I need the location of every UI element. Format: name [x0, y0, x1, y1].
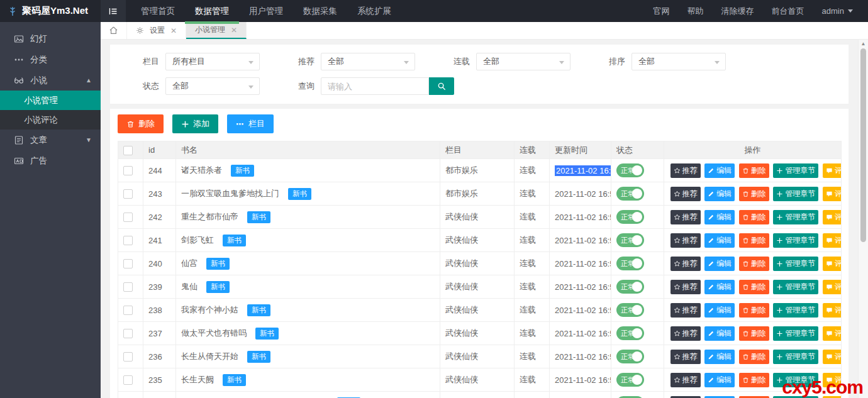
- manage-chapters-button[interactable]: 管理章节: [773, 163, 818, 178]
- delete-row-button[interactable]: 删除: [739, 350, 769, 364]
- row-checkbox[interactable]: [123, 375, 133, 385]
- delete-row-button[interactable]: 删除: [739, 210, 769, 224]
- top-menu-item-extend[interactable]: 系统扩展: [347, 0, 401, 22]
- manage-chapters-button[interactable]: 管理章节: [773, 210, 818, 224]
- delete-button[interactable]: 删除: [118, 114, 164, 133]
- delete-row-button[interactable]: 删除: [739, 373, 769, 387]
- top-menu-item-collect[interactable]: 数据采集: [293, 0, 347, 22]
- sidebar-collapse-button[interactable]: [101, 0, 126, 22]
- sidebar-item-category[interactable]: 分类: [0, 49, 101, 70]
- comments-button[interactable]: 评论: [823, 257, 842, 271]
- sidebar-item-novel-comments[interactable]: 小说评论: [0, 110, 101, 130]
- edit-button[interactable]: 编辑: [704, 233, 735, 248]
- recommend-button[interactable]: 推荐: [670, 373, 701, 387]
- row-checkbox[interactable]: [123, 189, 133, 199]
- edit-button[interactable]: 编辑: [704, 163, 735, 178]
- status-toggle[interactable]: 正常: [616, 163, 644, 177]
- manage-chapters-button[interactable]: 管理章节: [773, 326, 818, 341]
- row-checkbox[interactable]: [123, 259, 133, 268]
- frontend-home-link[interactable]: 前台首页: [763, 0, 813, 22]
- recommend-select[interactable]: 全部: [321, 53, 415, 70]
- recommend-button[interactable]: 推荐: [670, 396, 701, 398]
- status-select[interactable]: 全部: [165, 77, 260, 95]
- column-select[interactable]: 所有栏目: [165, 53, 260, 70]
- delete-row-button[interactable]: 删除: [739, 233, 769, 248]
- row-checkbox[interactable]: [123, 213, 133, 222]
- delete-row-button[interactable]: 删除: [739, 257, 769, 271]
- status-toggle[interactable]: 正常: [616, 350, 644, 363]
- status-toggle[interactable]: 正常: [616, 210, 644, 224]
- tab-home[interactable]: [101, 22, 127, 39]
- sidebar-item-novel-manage[interactable]: 小说管理: [0, 91, 101, 110]
- serial-select[interactable]: 全部: [476, 53, 570, 70]
- status-toggle[interactable]: 正常: [616, 257, 644, 270]
- tab-novel-manage[interactable]: 小说管理 ✕: [186, 22, 247, 39]
- recommend-button[interactable]: 推荐: [670, 257, 701, 271]
- status-toggle[interactable]: 正常: [616, 233, 644, 247]
- delete-row-button[interactable]: 删除: [739, 163, 769, 178]
- search-input[interactable]: [321, 77, 429, 95]
- close-icon[interactable]: ✕: [231, 26, 237, 35]
- status-toggle[interactable]: 正常: [616, 326, 644, 340]
- comments-button[interactable]: 评论: [823, 233, 842, 248]
- edit-button[interactable]: 编辑: [704, 303, 735, 318]
- comments-button[interactable]: 评论: [823, 187, 842, 201]
- sidebar-item-novel[interactable]: 小说 ▲: [0, 70, 101, 91]
- delete-row-button[interactable]: 删除: [739, 280, 769, 294]
- sort-select[interactable]: 全部: [632, 53, 726, 70]
- comments-button[interactable]: 评论: [823, 280, 842, 294]
- scroll-up-arrow[interactable]: ▲: [859, 40, 868, 47]
- row-checkbox[interactable]: [123, 236, 133, 245]
- manage-chapters-button[interactable]: 管理章节: [773, 280, 818, 294]
- sidebar-item-ad[interactable]: 广告: [0, 150, 101, 171]
- scrollbar-thumb[interactable]: [860, 48, 866, 242]
- edit-button[interactable]: 编辑: [704, 396, 735, 398]
- status-toggle[interactable]: 正常: [616, 303, 644, 317]
- recommend-button[interactable]: 推荐: [670, 280, 701, 294]
- recommend-button[interactable]: 推荐: [670, 350, 701, 364]
- sidebar-item-article[interactable]: 文章 ▼: [0, 130, 101, 150]
- status-toggle[interactable]: 正常: [616, 280, 644, 294]
- search-button[interactable]: [429, 77, 454, 95]
- edit-button[interactable]: 编辑: [704, 280, 735, 294]
- manage-chapters-button[interactable]: 管理章节: [773, 257, 818, 271]
- recommend-button[interactable]: 推荐: [670, 210, 701, 224]
- top-menu-item-home[interactable]: 管理首页: [131, 0, 185, 22]
- vertical-scrollbar[interactable]: ▲: [858, 40, 868, 398]
- comments-button[interactable]: 评论: [823, 303, 842, 318]
- user-dropdown[interactable]: admin: [813, 0, 862, 22]
- edit-button[interactable]: 编辑: [704, 350, 735, 364]
- manage-chapters-button[interactable]: 管理章节: [773, 187, 818, 201]
- comments-button[interactable]: 评论: [823, 326, 842, 341]
- delete-row-button[interactable]: 删除: [739, 326, 769, 341]
- comments-button[interactable]: 评论: [823, 210, 842, 224]
- row-checkbox[interactable]: [123, 282, 133, 292]
- manage-chapters-button[interactable]: 管理章节: [773, 350, 818, 364]
- delete-row-button[interactable]: 删除: [739, 187, 769, 201]
- manage-chapters-button[interactable]: 管理章节: [773, 303, 818, 318]
- row-checkbox[interactable]: [123, 166, 133, 175]
- row-checkbox[interactable]: [123, 329, 133, 338]
- help-link[interactable]: 帮助: [679, 0, 713, 22]
- add-button[interactable]: 添加: [172, 114, 218, 133]
- top-menu-item-data[interactable]: 数据管理: [185, 0, 239, 22]
- row-checkbox[interactable]: [123, 352, 133, 362]
- comments-button[interactable]: 评论: [823, 163, 842, 178]
- edit-button[interactable]: 编辑: [704, 257, 735, 271]
- top-menu-item-users[interactable]: 用户管理: [239, 0, 293, 22]
- recommend-button[interactable]: 推荐: [670, 187, 701, 201]
- edit-button[interactable]: 编辑: [704, 373, 735, 387]
- tab-settings[interactable]: 设置 ✕: [127, 22, 186, 39]
- recommend-button[interactable]: 推荐: [670, 233, 701, 248]
- recommend-button[interactable]: 推荐: [670, 163, 701, 178]
- comments-button[interactable]: 评论: [823, 350, 842, 364]
- delete-row-button[interactable]: 删除: [739, 303, 769, 318]
- row-checkbox[interactable]: [123, 306, 133, 315]
- delete-row-button[interactable]: 删除: [739, 396, 769, 398]
- edit-button[interactable]: 编辑: [704, 210, 735, 224]
- column-manage-button[interactable]: ⋯ 栏目: [227, 114, 274, 133]
- sidebar-item-slides[interactable]: 幻灯: [0, 28, 101, 49]
- close-icon[interactable]: ✕: [170, 26, 177, 35]
- official-site-link[interactable]: 官网: [645, 0, 679, 22]
- edit-button[interactable]: 编辑: [704, 326, 735, 341]
